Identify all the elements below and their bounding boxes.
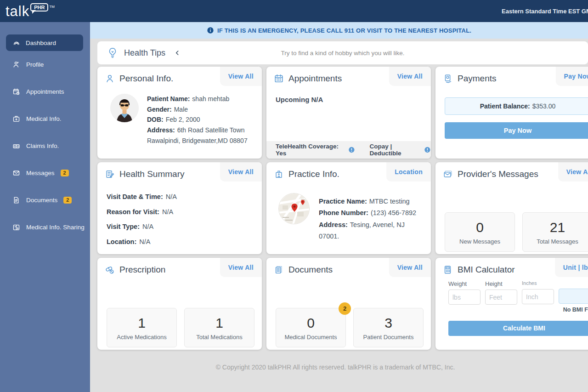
envelope-icon: [12, 169, 20, 177]
weight-label: Weight: [448, 280, 481, 287]
medical-documents-stat[interactable]: 2 0 Medical Documents: [276, 308, 346, 347]
practice-row: Address:Tesing, Avenel, NJ 07001.: [319, 219, 424, 243]
main-content: IF THIS IS AN EMERGENCY, PLEASE CALL 911…: [90, 22, 588, 392]
bmi-result-field: No BMI Found: [559, 280, 588, 314]
documents-view-all-link[interactable]: View All: [389, 258, 431, 277]
bmi-unit-toggle[interactable]: Unit | lbs: [555, 258, 588, 277]
stat-label: Active Medications: [117, 334, 166, 341]
personal-info-view-all-link[interactable]: View All: [220, 67, 262, 86]
telehealth-coverage: TeleHealth Coverage: Yes: [276, 143, 355, 157]
chevron-left-icon[interactable]: [174, 49, 181, 57]
total-medications-stat[interactable]: 1 Total Medications: [184, 308, 254, 347]
sidebar-item-messages[interactable]: Messages 2: [0, 159, 90, 187]
documents-icon: [274, 265, 284, 275]
balance-label: Patient Balance:: [480, 102, 530, 110]
stat-value: 0: [476, 220, 484, 235]
row-value: N/A: [139, 238, 150, 245]
sidebar-item-label: Documents: [26, 197, 57, 204]
provider-messages-view-all-link[interactable]: View All: [558, 162, 588, 182]
info-icon: [207, 27, 214, 34]
new-messages-stat[interactable]: 0 New Messages: [445, 212, 515, 252]
hospital-icon: [274, 169, 284, 179]
logo-trademark: TM: [49, 5, 55, 9]
prescription-stats: 1 Active Medications 1 Total Medications: [97, 275, 262, 347]
sidebar-item-appointments[interactable]: Appointments: [0, 78, 90, 105]
medical-box-icon: [12, 115, 20, 123]
health-tip-text: Try to find a kind of hobby which you wi…: [97, 50, 588, 57]
sidebar-item-label: Medical Info. Sharing: [26, 224, 85, 231]
stat-value: 21: [550, 220, 565, 235]
payments-card: Payments Pay Now Patient Balance: $353.0…: [435, 67, 588, 159]
sidebar-item-profile[interactable]: Profile: [0, 51, 90, 78]
pay-now-button[interactable]: Pay Now: [445, 122, 588, 139]
copay-deductible-text: Copay | Deductible: [370, 143, 421, 157]
bmi-result-box: [559, 289, 588, 304]
field-label: Gender:: [147, 106, 172, 113]
appointments-footer: TeleHealth Coverage: Yes Copay | Deducti…: [266, 141, 431, 159]
medical-documents-badge: 2: [339, 302, 351, 315]
health-summary-rows: Visit Date & Time:N/A Reason for Visit:N…: [97, 179, 262, 250]
patient-fields: Patient Name:shah mehtab Gender:Male DOB…: [147, 94, 255, 146]
sidebar-item-label: Messages: [26, 170, 55, 176]
payments-pay-now-link[interactable]: Pay Now: [556, 67, 588, 86]
sidebar-item-documents[interactable]: Documents 2: [0, 187, 90, 214]
app-logo: talk PHR TM: [6, 1, 55, 22]
share-icon: [12, 223, 20, 231]
emergency-banner: IF THIS IS AN EMERGENCY, PLEASE CALL 911…: [90, 22, 588, 39]
sidebar-item-label: Profile: [26, 61, 44, 68]
total-messages-stat[interactable]: 21 Total Messages: [522, 212, 588, 252]
height-feet-input[interactable]: [485, 290, 517, 305]
person-icon: [12, 61, 20, 68]
sidebar-item-medical-info-sharing[interactable]: Medical Info. Sharing: [0, 214, 90, 241]
card-title: Appointments: [288, 74, 342, 84]
timezone-label: Eastern Standard Time EST GMT-5: [502, 8, 588, 15]
patient-avatar: [110, 94, 139, 122]
appointments-view-all-link[interactable]: View All: [389, 67, 431, 86]
card-title: BMI Calculator: [458, 265, 515, 275]
practice-location-link[interactable]: Location: [386, 162, 431, 182]
summary-row: Reason for Visit:N/A: [107, 205, 262, 220]
field-value: Male: [174, 106, 188, 113]
patient-documents-stat[interactable]: 3 Patient Documents: [353, 308, 424, 347]
bmi-inputs-row: Weight Height Inches No BMI Found: [435, 275, 588, 314]
calculate-bmi-button[interactable]: Calculate BMI: [448, 321, 588, 336]
message-stats: 0 New Messages 21 Total Messages: [435, 179, 588, 252]
row-value: (123) 456-7892: [371, 209, 416, 216]
money-hand-icon: [443, 74, 453, 84]
stat-label: Patient Documents: [363, 334, 414, 341]
stat-label: Total Messages: [537, 238, 578, 245]
stat-label: Total Medications: [196, 334, 242, 341]
upcoming-appointments-text: Upcoming N/A: [266, 84, 431, 103]
sidebar: Dashboard Profile Appointments Medical I…: [0, 22, 90, 392]
summary-row: Visit Type:N/A: [107, 219, 262, 234]
sidebar-item-medical-info[interactable]: Medical Info.: [0, 105, 90, 132]
practice-row: Practice Name:MTBC testing: [319, 196, 424, 207]
health-tips-title: Health Tips: [124, 48, 165, 58]
sidebar-item-claims-info[interactable]: Claims Info.: [0, 132, 90, 159]
documents-card: Documents View All 2 0 Medical Documents…: [266, 258, 431, 350]
card-title: Payments: [458, 74, 496, 84]
prescription-card: Prescription View All 1 Active Medicatio…: [97, 258, 262, 350]
prescription-view-all-link[interactable]: View All: [220, 258, 262, 277]
weight-input[interactable]: [448, 290, 481, 305]
logo-text: talk: [6, 1, 29, 22]
practice-info-body: Practice Name:MTBC testing Phone Number:…: [266, 179, 431, 243]
telehealth-coverage-text: TeleHealth Coverage: Yes: [276, 143, 345, 157]
stat-value: 3: [384, 315, 392, 331]
card-title: Personal Info.: [119, 74, 173, 84]
stat-value: 0: [307, 315, 315, 331]
provider-messages-card: Provider's Messages View All 0 New Messa…: [435, 162, 588, 254]
row-label: Visit Date & Time:: [107, 193, 163, 200]
info-icon[interactable]: [348, 146, 355, 153]
documents-stats: 2 0 Medical Documents 3 Patient Document…: [266, 275, 431, 347]
info-icon[interactable]: [424, 146, 431, 153]
active-medications-stat[interactable]: 1 Active Medications: [107, 308, 177, 347]
sidebar-item-dashboard[interactable]: Dashboard: [6, 34, 83, 51]
card-title: Provider's Messages: [458, 169, 538, 179]
practice-row: Phone Number:(123) 456-7892: [319, 207, 424, 219]
height-inches-input[interactable]: [522, 289, 554, 304]
row-label: Practice Name:: [319, 198, 367, 205]
health-summary-view-all-link[interactable]: View All: [220, 162, 262, 182]
row-label: Reason for Visit:: [107, 208, 159, 216]
sidebar-item-label: Dashboard: [26, 40, 56, 46]
